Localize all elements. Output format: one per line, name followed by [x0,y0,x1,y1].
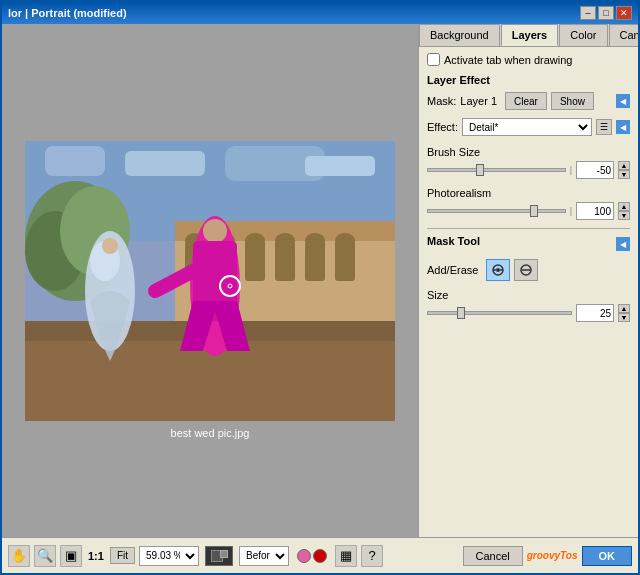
svg-point-17 [275,233,295,249]
mask-value: Layer 1 [460,95,497,107]
photorealism-label: Photorealism [427,187,630,199]
brush-size-spinner: ▲ ▼ [618,161,630,179]
photorealism-spinner: ▲ ▼ [618,202,630,220]
color-dots [297,549,327,563]
brush-size-slider-row: | ▲ ▼ [427,161,630,179]
grid-icon[interactable]: ▦ [335,545,357,567]
size-spinner: ▲ ▼ [618,304,630,322]
brush-size-down[interactable]: ▼ [618,170,630,179]
window-controls: – □ ✕ [580,6,632,20]
activate-tab-checkbox[interactable] [427,53,440,66]
minimize-button[interactable]: – [580,6,596,20]
layer-effect-label: Layer Effect [427,74,630,86]
zoom-ratio: 1:1 [88,550,104,562]
mask-label: Mask: [427,95,456,107]
effect-menu-icon[interactable]: ☰ [596,119,612,135]
groovy-logo: groovyTos [527,550,578,561]
size-label: Size [427,289,630,301]
mask-tool-section: Mask Tool ◀ Add/Erase [427,235,630,322]
pink-dot[interactable] [297,549,311,563]
brush-size-thumb[interactable] [476,164,484,176]
mode-dropdown[interactable]: Before After [239,546,289,566]
tab-color[interactable]: Color [559,24,607,46]
clear-button[interactable]: Clear [505,92,547,110]
bottom-right-controls: Cancel groovyTos OK [463,546,633,566]
image-container: best wed pic.jpg [25,141,395,421]
photorealism-midmark: | [570,206,572,216]
brush-size-section: Brush Size | ▲ ▼ [427,146,630,179]
close-button[interactable]: ✕ [616,6,632,20]
photorealism-track[interactable] [427,209,566,213]
ok-button[interactable]: OK [582,546,633,566]
activate-tab-label: Activate tab when drawing [444,54,572,66]
add-erase-row: Add/Erase [427,259,630,281]
main-window: lor | Portrait (modified) – □ ✕ [0,0,640,575]
size-section: Size ▲ ▼ [427,289,630,322]
photorealism-up[interactable]: ▲ [618,202,630,211]
cancel-button[interactable]: Cancel [463,546,523,566]
tab-canvas[interactable]: Canvas [609,24,639,46]
mask-row: Mask: Layer 1 Clear Show ◀ [427,92,630,110]
size-down[interactable]: ▼ [618,313,630,322]
size-thumb[interactable] [457,307,465,319]
image-filename: best wed pic.jpg [25,427,395,439]
size-up[interactable]: ▲ [618,304,630,313]
effect-dropdown[interactable]: Detail* Smooth Enhance [462,118,592,136]
divider [427,228,630,229]
right-panel: Background Layers Color Canvas Activate … [418,24,638,537]
svg-point-34 [496,268,500,272]
photorealism-down[interactable]: ▼ [618,211,630,220]
title-bar: lor | Portrait (modified) – □ ✕ [2,2,638,24]
photorealism-thumb[interactable] [530,205,538,217]
svg-rect-2 [45,146,105,176]
tab-layers[interactable]: Layers [501,24,558,46]
tab-bar: Background Layers Color Canvas [419,24,638,47]
zoom-tool-icon[interactable]: 🔍 [34,545,56,567]
hand-tool-icon[interactable]: ✋ [8,545,30,567]
mask-tool-arrow[interactable]: ◀ [616,237,630,251]
mask-arrow-button[interactable]: ◀ [616,94,630,108]
effect-arrow-button[interactable]: ◀ [616,120,630,134]
main-content: best wed pic.jpg Background Layers Color… [2,24,638,537]
window-title: lor | Portrait (modified) [8,7,127,19]
activate-tab-row: Activate tab when drawing [427,53,630,66]
fit-button[interactable]: Fit [110,547,135,564]
add-erase-label: Add/Erase [427,264,478,276]
effect-label: Effect: [427,121,458,133]
color-mode-icon[interactable] [205,546,233,566]
photorealism-input[interactable] [576,202,614,220]
view-tool-icon[interactable]: ▣ [60,545,82,567]
svg-rect-3 [125,151,205,176]
mask-tool-label: Mask Tool [427,235,480,247]
svg-rect-5 [305,156,375,176]
show-button[interactable]: Show [551,92,594,110]
bottom-bar: ✋ 🔍 ▣ 1:1 Fit 59.03 % 25 % 50 % 100 % Be… [2,537,638,573]
brush-size-track[interactable] [427,168,566,172]
brush-size-up[interactable]: ▲ [618,161,630,170]
help-icon[interactable]: ? [361,545,383,567]
red-dot[interactable] [313,549,327,563]
tab-background[interactable]: Background [419,24,500,46]
percent-dropdown[interactable]: 59.03 % 25 % 50 % 100 % [139,546,199,566]
photorealism-section: Photorealism | ▲ ▼ [427,187,630,220]
size-input[interactable] [576,304,614,322]
maximize-button[interactable]: □ [598,6,614,20]
svg-point-19 [335,233,355,249]
svg-point-18 [305,233,325,249]
brush-size-midmark: | [570,165,572,175]
svg-point-16 [245,233,265,249]
effect-row: Effect: Detail* Smooth Enhance ☰ ◀ [427,118,630,136]
svg-point-29 [203,219,227,243]
size-slider-row: ▲ ▼ [427,304,630,322]
photorealism-slider-row: | ▲ ▼ [427,202,630,220]
add-tool-button[interactable] [486,259,510,281]
svg-point-27 [102,238,118,254]
brush-size-input[interactable] [576,161,614,179]
panel-content: Activate tab when drawing Layer Effect M… [419,47,638,537]
erase-tool-button[interactable] [514,259,538,281]
brush-size-label: Brush Size [427,146,630,158]
canvas-area: best wed pic.jpg [2,24,418,537]
size-track[interactable] [427,311,572,315]
image-canvas[interactable] [25,141,395,421]
